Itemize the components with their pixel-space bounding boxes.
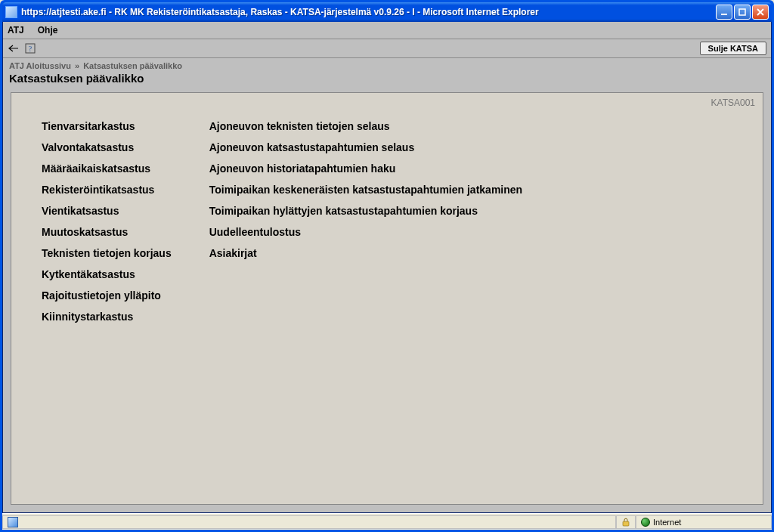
close-button[interactable] — [752, 5, 769, 20]
page-code: KATSA001 — [711, 97, 755, 108]
minimize-button[interactable] — [716, 5, 732, 20]
link-teknisten-tietojen-korjaus[interactable]: Teknisten tietojen korjaus — [42, 243, 172, 264]
menu-column-1: Tienvarsitarkastus Valvontakatsastus Mää… — [42, 116, 172, 327]
svg-text:?: ? — [29, 45, 33, 53]
link-tienvarsitarkastus[interactable]: Tienvarsitarkastus — [42, 116, 172, 137]
app-window: https://atjtesti.ake.fi - RK MK Rekister… — [0, 0, 774, 532]
link-historiatapahtumien-haku[interactable]: Ajoneuvon historiatapahtumien haku — [209, 158, 522, 179]
close-katsa-button[interactable]: Sulje KATSA — [700, 42, 766, 55]
ie-icon — [8, 517, 18, 527]
status-zone-pane: Internet — [636, 515, 772, 529]
panel-wrap: KATSA001 Tienvarsitarkastus Valvontakats… — [3, 92, 771, 512]
link-asiakirjat[interactable]: Asiakirjat — [209, 243, 522, 264]
help-icon[interactable]: ? — [24, 42, 36, 54]
svg-rect-4 — [623, 521, 629, 526]
back-icon[interactable] — [8, 42, 20, 54]
link-uudelleentulostus[interactable]: Uudelleentulostus — [209, 221, 522, 243]
menu-columns: Tienvarsitarkastus Valvontakatsastus Mää… — [42, 116, 732, 327]
link-maaraaikaiskatsastus[interactable]: Määräaikaiskatsastus — [42, 158, 172, 179]
breadcrumb-root[interactable]: ATJ Aloitussivu — [9, 61, 71, 70]
breadcrumb-current: Katsastuksen päävalikko — [83, 61, 182, 70]
link-vientikatsastus[interactable]: Vientikatsastus — [42, 200, 172, 221]
page-title: Katsastuksen päävalikko — [3, 70, 771, 92]
svg-rect-0 — [721, 14, 727, 15]
breadcrumb: ATJ Aloitussivu » Katsastuksen päävalikk… — [3, 58, 771, 70]
status-zone-text: Internet — [653, 518, 681, 527]
lock-icon — [622, 518, 630, 527]
window-title: https://atjtesti.ake.fi - RK MK Rekister… — [21, 7, 716, 17]
svg-rect-1 — [739, 9, 745, 15]
breadcrumb-separator: » — [75, 61, 79, 70]
menu-column-2: Ajoneuvon teknisten tietojen selaus Ajon… — [209, 116, 522, 327]
link-keskeneraisten-jatkaminen[interactable]: Toimipaikan keskeneräisten katsastustapa… — [209, 179, 522, 200]
link-muutoskatsastus[interactable]: Muutoskatsastus — [42, 221, 172, 243]
link-katsastustapahtumien-selaus[interactable]: Ajoneuvon katsastustapahtumien selaus — [209, 137, 522, 158]
ie-page-icon — [5, 6, 17, 18]
status-lock-pane — [616, 515, 636, 529]
link-rajoitustietojen-yllapito[interactable]: Rajoitustietojen ylläpito — [42, 285, 172, 306]
link-teknisten-tietojen-selaus[interactable]: Ajoneuvon teknisten tietojen selaus — [209, 116, 522, 137]
link-kiinnitystarkastus[interactable]: Kiinnitystarkastus — [42, 306, 172, 327]
status-bar: Internet — [2, 513, 772, 530]
menu-bar: ATJ Ohje — [3, 22, 771, 39]
toolbar: ? Sulje KATSA — [3, 39, 771, 58]
globe-icon — [641, 518, 650, 527]
title-bar: https://atjtesti.ake.fi - RK MK Rekister… — [2, 2, 772, 22]
link-rekisterointikatsastus[interactable]: Rekisteröintikatsastus — [42, 179, 172, 200]
maximize-button[interactable] — [734, 5, 751, 20]
link-hylattyjen-korjaus[interactable]: Toimipaikan hylättyjen katsastustapahtum… — [209, 200, 522, 221]
main-panel: KATSA001 Tienvarsitarkastus Valvontakats… — [11, 92, 763, 505]
status-left — [2, 515, 616, 529]
menu-ohje[interactable]: Ohje — [38, 25, 58, 36]
link-kytkentakatsastus[interactable]: Kytkentäkatsastus — [42, 264, 172, 285]
menu-atj[interactable]: ATJ — [8, 25, 24, 36]
link-valvontakatsastus[interactable]: Valvontakatsastus — [42, 137, 172, 158]
client-area: ATJ Ohje ? Sulje KATSA ATJ Aloitussivu »… — [2, 22, 772, 513]
window-controls — [716, 5, 769, 20]
